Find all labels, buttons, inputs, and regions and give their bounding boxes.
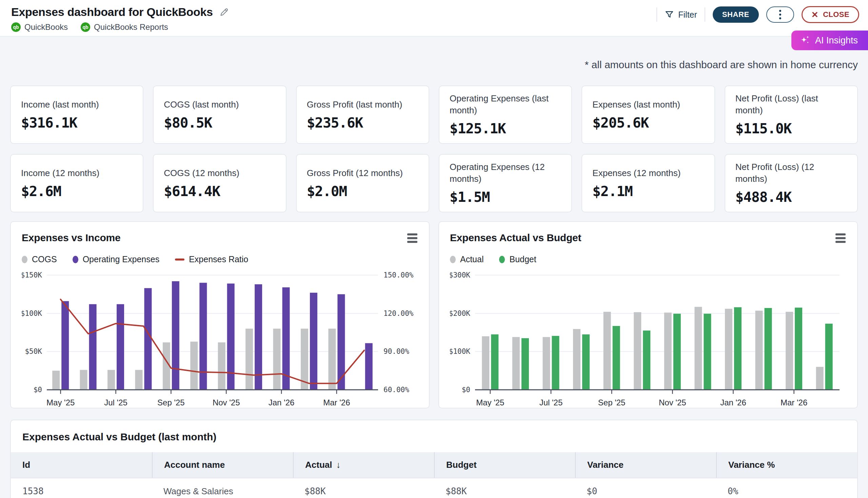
kpi-value: $2.6M — [21, 183, 133, 199]
filter-label: Filter — [678, 10, 697, 20]
kpi-label: Operating Expenses (12 months) — [450, 161, 561, 185]
table-column-header[interactable]: Variance — [575, 452, 716, 477]
legend-item[interactable]: Expenses Ratio — [175, 254, 248, 264]
close-label: CLOSE — [823, 10, 849, 19]
svg-text:$0: $0 — [462, 386, 470, 394]
kpi-value: $80.5K — [164, 115, 275, 131]
kpi-value: $316.1K — [21, 115, 133, 131]
table-column-header[interactable]: Budget — [434, 452, 575, 477]
chart-title: Expenses Actual vs Budget — [450, 232, 846, 244]
legend-item[interactable]: COGS — [22, 254, 57, 264]
legend-label: Expenses Ratio — [189, 254, 248, 264]
column-header-label: Id — [22, 460, 30, 470]
chart-card-expenses-vs-income: Expenses vs Income COGSOperating Expense… — [10, 221, 430, 408]
kpi-value: $488.4K — [735, 189, 847, 205]
column-header-label: Budget — [446, 460, 477, 470]
expenses-table-card: Expenses Actual vs Budget (last month) I… — [10, 420, 858, 498]
kpi-label: Gross Profit (last month) — [307, 99, 418, 110]
kpi-card: COGS (last month)$80.5K — [153, 86, 286, 144]
kpi-label: Gross Profit (12 months) — [307, 167, 418, 179]
kpi-card: Gross Profit (12 months)$2.0M — [296, 154, 429, 212]
table-column-header[interactable]: Id — [11, 452, 152, 477]
legend-label: Operating Expenses — [83, 254, 160, 264]
legend-item[interactable]: Operating Expenses — [72, 254, 160, 264]
svg-text:$100K: $100K — [450, 348, 470, 355]
kpi-label: Operating Expenses (last month) — [450, 93, 561, 116]
divider — [705, 8, 705, 22]
legend-item[interactable]: Budget — [499, 254, 536, 264]
chart-menu-icon[interactable] — [407, 233, 417, 243]
chart-canvas[interactable]: $150K150.00%$100K120.00%$50K90.00%$060.0… — [22, 270, 418, 407]
svg-text:$100K: $100K — [22, 310, 42, 317]
table-row: 1538Wages & Salaries$88K$88K$00% — [11, 477, 857, 498]
chart-menu-icon[interactable] — [836, 233, 846, 243]
ai-insights-button[interactable]: AI Insights — [791, 30, 868, 50]
dashboard-body: * all amounts on this dashboard are show… — [0, 59, 868, 498]
kpi-card: Operating Expenses (last month)$125.1K — [439, 86, 572, 144]
kpi-label: Net Profit (Loss) (last month) — [735, 93, 847, 116]
svg-text:90.00%: 90.00% — [384, 348, 409, 355]
breadcrumb-item[interactable]: qbQuickBooks Reports — [81, 22, 168, 32]
quickbooks-icon: qb — [11, 22, 21, 32]
header-actions: Filter SHARE ✕ CLOSE — [656, 6, 859, 23]
legend-label: Budget — [509, 254, 536, 264]
table-cell: 0% — [716, 478, 857, 498]
svg-text:Jul '25: Jul '25 — [104, 398, 128, 407]
kpi-label: Net Profit (Loss) (12 months) — [735, 161, 847, 185]
more-options-button[interactable] — [766, 6, 794, 23]
table-column-header[interactable]: Account name — [152, 452, 293, 477]
svg-text:Jan '26: Jan '26 — [269, 398, 295, 407]
column-header-label: Variance % — [728, 460, 775, 470]
chart-canvas[interactable]: $300K$200K$100K$0May '25Jul '25Sep '25No… — [450, 270, 846, 407]
svg-text:$200K: $200K — [450, 310, 470, 317]
table-title: Expenses Actual vs Budget (last month) — [11, 431, 857, 443]
close-x-icon: ✕ — [811, 11, 818, 19]
kpi-label: Income (12 months) — [21, 167, 133, 179]
kpi-label: COGS (12 months) — [164, 167, 275, 179]
sort-desc-icon: ↓ — [336, 460, 340, 470]
legend-item[interactable]: Actual — [450, 254, 483, 264]
svg-text:Nov '25: Nov '25 — [659, 398, 686, 407]
column-header-label: Actual — [305, 460, 332, 470]
legend-marker — [72, 256, 78, 263]
table-cell: Wages & Salaries — [152, 478, 293, 498]
svg-text:Jan '26: Jan '26 — [720, 398, 746, 407]
table-column-header[interactable]: Variance % — [716, 452, 857, 477]
table-cell: $88K — [293, 478, 434, 498]
kpi-value: $2.0M — [307, 183, 418, 199]
filter-funnel-icon — [665, 10, 674, 19]
kpi-card: Gross Profit (last month)$235.6K — [296, 86, 429, 144]
table-cell: $88K — [434, 478, 575, 498]
chart-plot: $150K150.00%$100K120.00%$50K90.00%$060.0… — [22, 270, 418, 408]
share-button[interactable]: SHARE — [713, 6, 759, 23]
kpi-label: Expenses (last month) — [592, 99, 704, 110]
divider — [656, 8, 657, 22]
legend-label: Actual — [460, 254, 483, 264]
kpi-label: COGS (last month) — [164, 99, 275, 110]
svg-text:$0: $0 — [34, 386, 42, 394]
kpi-card: Net Profit (Loss) (last month)$115.0K — [724, 86, 858, 144]
edit-title-icon[interactable] — [219, 7, 229, 17]
kpi-label: Income (last month) — [21, 99, 133, 110]
chart-legend: ActualBudget — [450, 254, 846, 264]
kpi-card: Expenses (last month)$205.6K — [582, 86, 715, 144]
chart-legend: COGSOperating ExpensesExpenses Ratio — [22, 254, 418, 264]
kpi-value: $1.5M — [450, 189, 561, 205]
kpi-card: Income (12 months)$2.6M — [10, 154, 144, 212]
kpi-card: COGS (12 months)$614.4K — [153, 154, 286, 212]
svg-text:Sep '25: Sep '25 — [157, 398, 185, 407]
svg-text:$300K: $300K — [450, 271, 470, 279]
kpi-grid: Income (last month)$316.1KCOGS (last mon… — [10, 86, 858, 212]
svg-text:May '25: May '25 — [46, 398, 75, 407]
table-column-header[interactable]: Actual↓ — [293, 452, 434, 477]
chart-plot: $300K$200K$100K$0May '25Jul '25Sep '25No… — [450, 270, 846, 408]
kpi-value: $125.1K — [450, 120, 561, 137]
kebab-icon — [779, 10, 781, 12]
svg-text:Nov '25: Nov '25 — [213, 398, 240, 407]
close-button[interactable]: ✕ CLOSE — [802, 6, 859, 23]
breadcrumb-item[interactable]: qbQuickBooks — [11, 22, 68, 32]
legend-marker — [175, 259, 185, 261]
page-title: Expenses dashboard for QuickBooks — [11, 5, 213, 19]
kpi-value: $2.1M — [592, 183, 704, 199]
filter-button[interactable]: Filter — [665, 10, 697, 20]
